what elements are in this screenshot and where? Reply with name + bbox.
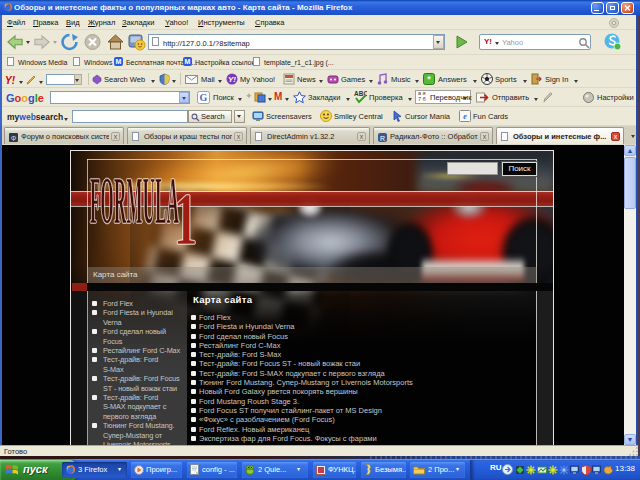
svg-text:Y!: Y! bbox=[228, 75, 236, 84]
svg-text:G: G bbox=[200, 92, 208, 103]
svg-text:Φ: Φ bbox=[11, 135, 17, 142]
svg-text:e: e bbox=[463, 112, 467, 121]
svg-text:R: R bbox=[380, 135, 385, 142]
svg-text:*: * bbox=[427, 74, 431, 84]
